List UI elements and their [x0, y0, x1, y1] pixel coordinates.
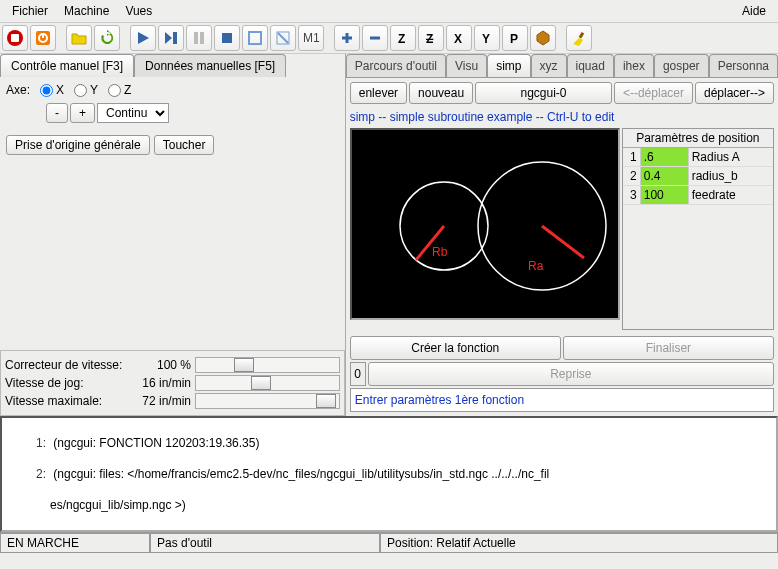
svg-rect-9: [249, 32, 261, 44]
svg-text:X: X: [454, 32, 462, 46]
toolbar: M1 Z Z X Y P: [0, 23, 778, 54]
axis-y-radio[interactable]: Y: [74, 83, 98, 97]
tab-manual-data[interactable]: Données manuelles [F5]: [134, 54, 286, 77]
zoom-out-icon[interactable]: [362, 25, 388, 51]
menu-file[interactable]: Fichier: [4, 2, 56, 20]
clear-icon[interactable]: [566, 25, 592, 51]
max-speed-value: 72 in/min: [135, 394, 195, 408]
svg-rect-21: [579, 32, 585, 39]
svg-text:P: P: [510, 32, 518, 46]
axis-x-radio[interactable]: X: [40, 83, 64, 97]
svg-text:Y: Y: [482, 32, 490, 46]
param-input[interactable]: 0.4: [641, 167, 689, 185]
tab-toolpath[interactable]: Parcours d'outil: [346, 54, 446, 77]
svg-text:Ra: Ra: [528, 259, 544, 273]
view-z2-icon[interactable]: Z: [418, 25, 444, 51]
svg-text:Z: Z: [426, 32, 433, 46]
svg-rect-7: [200, 32, 204, 44]
restart-button[interactable]: Reprise: [368, 362, 774, 386]
menu-views[interactable]: Vues: [117, 2, 160, 20]
tab-ihex[interactable]: ihex: [614, 54, 654, 77]
svg-rect-6: [194, 32, 198, 44]
ngc-new-button[interactable]: nouveau: [409, 82, 473, 104]
stop2-icon[interactable]: [214, 25, 240, 51]
finalize-button[interactable]: Finaliser: [563, 336, 774, 360]
axis-z-radio[interactable]: Z: [108, 83, 131, 97]
m1-icon[interactable]: M1: [298, 25, 324, 51]
view-z-icon[interactable]: Z: [390, 25, 416, 51]
param-row: 2 0.4 radius_b: [623, 167, 773, 186]
ngc-status: Entrer paramètres 1ère fonction: [350, 388, 774, 412]
right-tabs: Parcours d'outil Visu simp xyz iquad ihe…: [346, 54, 778, 77]
gcode-console: 1: (ngcgui: FONCTION 120203:19.36.35) 2:…: [0, 416, 778, 532]
params-header: Paramètres de position: [623, 129, 773, 148]
feed-override-slider[interactable]: [195, 357, 340, 373]
status-position: Position: Relatif Actuelle: [380, 533, 778, 553]
svg-text:M1: M1: [303, 31, 320, 45]
ngc-title: simp -- simple subroutine example -- Ctr…: [350, 108, 774, 128]
left-tabs: Contrôle manuel [F3] Données manuelles […: [0, 54, 345, 77]
max-speed-slider[interactable]: [195, 393, 340, 409]
max-speed-label: Vitesse maximale:: [5, 394, 135, 408]
tab-simp[interactable]: simp: [487, 54, 530, 77]
tab-visu[interactable]: Visu: [446, 54, 487, 77]
touch-off-button[interactable]: Toucher: [154, 135, 215, 155]
stop-icon[interactable]: [2, 25, 28, 51]
reload-icon[interactable]: [94, 25, 120, 51]
home-all-button[interactable]: Prise d'origine générale: [6, 135, 150, 155]
view-iso-icon[interactable]: [530, 25, 556, 51]
tab-gosper[interactable]: gosper: [654, 54, 709, 77]
view-x-icon[interactable]: X: [446, 25, 472, 51]
svg-text:Rb: Rb: [432, 245, 448, 259]
preview-canvas: Rb Ra: [350, 128, 620, 320]
params-table: Paramètres de position 1 .6 Radius A 2 0…: [622, 128, 774, 330]
open-icon[interactable]: [66, 25, 92, 51]
tab-manual-control[interactable]: Contrôle manuel [F3]: [0, 54, 134, 77]
jog-plus-button[interactable]: +: [70, 103, 95, 123]
svg-rect-1: [11, 34, 19, 42]
status-machine: EN MARCHE: [0, 533, 150, 553]
svg-line-10: [278, 33, 288, 43]
jog-minus-button[interactable]: -: [46, 103, 68, 123]
menu-help[interactable]: Aide: [734, 2, 774, 20]
jog-speed-value: 16 in/min: [135, 376, 195, 390]
jog-mode-select[interactable]: Continu: [97, 103, 169, 123]
param-input[interactable]: .6: [641, 148, 689, 166]
tab-custom[interactable]: Personna: [709, 54, 778, 77]
tab-iquad[interactable]: iquad: [567, 54, 614, 77]
svg-line-25: [542, 226, 584, 258]
status-bar: EN MARCHE Pas d'outil Position: Relatif …: [0, 532, 778, 553]
tab-xyz[interactable]: xyz: [531, 54, 567, 77]
svg-text:Z: Z: [398, 32, 405, 46]
power-icon[interactable]: [30, 25, 56, 51]
create-function-button[interactable]: Créer la fonction: [350, 336, 561, 360]
skip-icon[interactable]: [242, 25, 268, 51]
status-tool: Pas d'outil: [150, 533, 380, 553]
feed-override-label: Correcteur de vitesse:: [5, 358, 135, 372]
view-y-icon[interactable]: Y: [474, 25, 500, 51]
param-input[interactable]: 100: [641, 186, 689, 204]
ngc-move-left-button[interactable]: <--déplacer: [614, 82, 693, 104]
view-p-icon[interactable]: P: [502, 25, 528, 51]
svg-rect-5: [173, 32, 177, 44]
ngc-move-right-button[interactable]: déplacer-->: [695, 82, 774, 104]
step-icon[interactable]: [158, 25, 184, 51]
svg-rect-8: [222, 33, 232, 43]
jog-speed-slider[interactable]: [195, 375, 340, 391]
zoom-in-icon[interactable]: [334, 25, 360, 51]
ngc-remove-button[interactable]: enlever: [350, 82, 407, 104]
param-row: 3 100 feedrate: [623, 186, 773, 205]
menu-bar: Fichier Machine Vues Aide: [0, 0, 778, 23]
pause-icon[interactable]: [186, 25, 212, 51]
axis-label: Axe:: [6, 83, 30, 97]
feed-override-value: 100 %: [135, 358, 195, 372]
jog-speed-label: Vitesse de jog:: [5, 376, 135, 390]
play-icon[interactable]: [130, 25, 156, 51]
ngc-file-button[interactable]: ngcgui-0: [475, 82, 612, 104]
blockdel-icon[interactable]: [270, 25, 296, 51]
param-row: 1 .6 Radius A: [623, 148, 773, 167]
menu-machine[interactable]: Machine: [56, 2, 117, 20]
count-label: 0: [350, 362, 366, 386]
